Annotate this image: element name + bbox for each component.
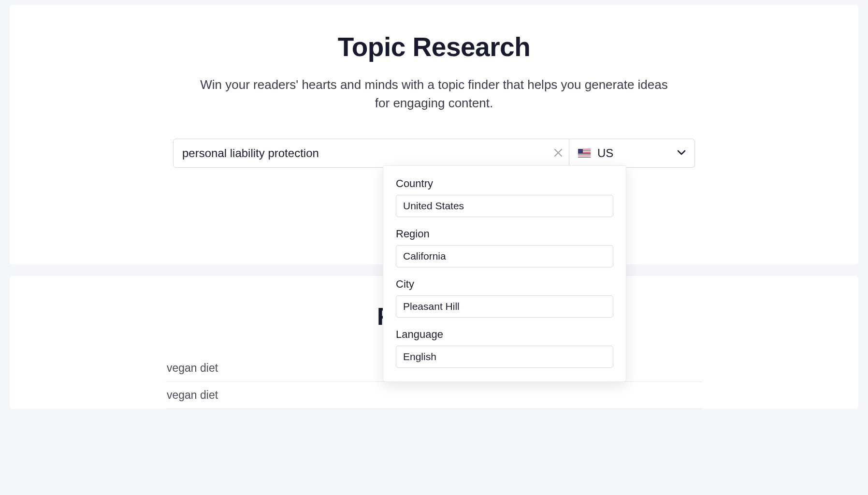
city-label: City [396,278,613,291]
country-select[interactable]: US [569,139,695,168]
country-code-label: US [597,146,677,160]
dd-group-country: Country [396,177,613,217]
city-input[interactable] [396,295,613,318]
dd-group-region: Region [396,228,613,267]
clear-icon[interactable] [554,147,563,159]
country-input[interactable] [396,195,613,217]
us-flag-icon [578,149,591,158]
language-input[interactable] [396,346,613,368]
page-title: Topic Research [39,31,829,62]
topic-input[interactable] [173,139,569,168]
page-subtitle: Win your readers' hearts and minds with … [197,76,671,112]
language-label: Language [396,328,613,341]
location-dropdown-panel: Country Region City Language [383,165,626,382]
topic-research-card: Topic Research Win your readers' hearts … [10,5,858,264]
search-row: US [173,139,695,168]
dd-group-language: Language [396,328,613,368]
dd-group-city: City [396,278,613,318]
chevron-down-icon [677,149,686,158]
region-label: Region [396,228,613,240]
search-input-wrap [173,139,569,168]
region-input[interactable] [396,245,613,267]
recent-item[interactable]: vegan diet [166,382,702,409]
country-label: Country [396,177,613,190]
